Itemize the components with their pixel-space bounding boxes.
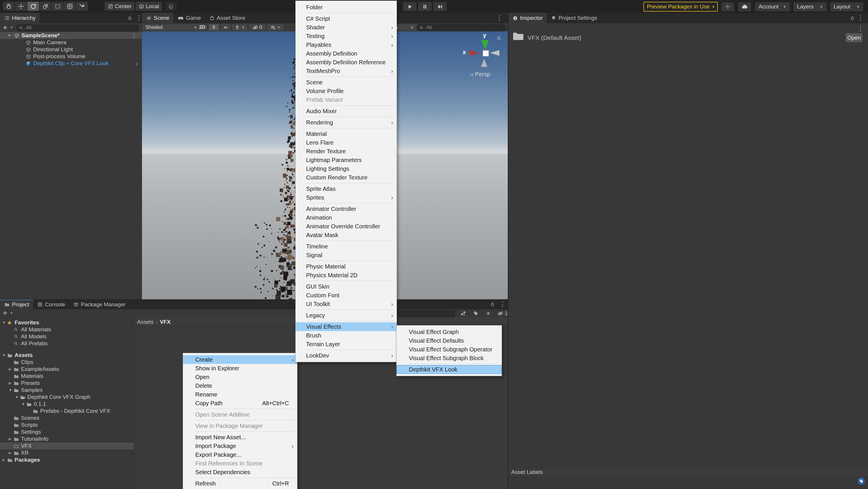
hierarchy-search-input[interactable]: [25, 25, 136, 31]
project-tree-item-assets[interactable]: ▼Assets: [0, 352, 134, 359]
create-menu-item-assembly-definition[interactable]: Assembly Definition: [296, 49, 397, 58]
vfx-submenu-item-visual-effect-subgraph-operator[interactable]: Visual Effect Subgraph Operator: [397, 345, 502, 354]
project-tree-item-prefabs-depthkit-core-vfx[interactable]: Prefabs - Depthkit Core VFX: [0, 408, 134, 415]
foldout-arrow-icon[interactable]: ▼: [2, 352, 6, 359]
shading-mode-dropdown[interactable]: Shaded ▼: [143, 24, 200, 31]
context-menu-item-import-package[interactable]: Import Package›: [183, 442, 297, 450]
context-menu-item-show-in-explorer[interactable]: Show in Explorer: [183, 364, 297, 372]
create-menu-item-audio-mixer[interactable]: Audio Mixer: [296, 107, 397, 116]
hierarchy-scene-row[interactable]: ▼SampleScene*⋮: [0, 32, 142, 39]
project-tree-item-materials[interactable]: Materials: [0, 372, 134, 380]
rotation-mode-button[interactable]: Local: [135, 2, 162, 11]
saved-search-button[interactable]: ★: [482, 309, 494, 317]
project-tree-item-tutorialinfo[interactable]: ▶TutorialInfo: [0, 435, 134, 443]
projection-mode[interactable]: ◅ Persp: [470, 71, 490, 78]
hierarchy-item-post-process-volume[interactable]: Post-process Volume: [0, 53, 142, 60]
scale-tool[interactable]: [39, 2, 51, 11]
tab-project-settings[interactable]: Project Settings: [547, 13, 601, 23]
gizmo-cube[interactable]: [483, 50, 489, 57]
axis-y-cone[interactable]: [481, 40, 489, 50]
audio-toggle[interactable]: [221, 24, 230, 31]
create-menu-item-timeline[interactable]: Timeline: [296, 242, 397, 251]
add-asset-button[interactable]: +: [3, 308, 7, 317]
create-menu-item-avatar-mask[interactable]: Avatar Mask: [296, 231, 397, 239]
create-menu-item-render-texture[interactable]: Render Texture: [296, 147, 397, 156]
pause-button[interactable]: [418, 2, 432, 11]
layout-dropdown[interactable]: Layout▼: [830, 2, 863, 11]
foldout-arrow-icon[interactable]: ▼: [22, 400, 25, 408]
context-menu-item-copy-path[interactable]: Copy PathAlt+Ctrl+C: [183, 399, 297, 408]
project-tree-item-settings[interactable]: Settings: [0, 428, 134, 435]
breadcrumb-current[interactable]: VFX: [160, 319, 170, 325]
create-menu-item-physics-material-2d[interactable]: Physics Material 2D: [296, 271, 397, 280]
create-menu-item-sprite-atlas[interactable]: Sprite Atlas: [296, 185, 397, 193]
panel-menu-icon[interactable]: ⋮: [496, 15, 502, 21]
project-tree-item-scenes[interactable]: Scenes: [0, 415, 134, 422]
context-menu-item-create[interactable]: Create›: [183, 355, 297, 364]
chevron-right-icon[interactable]: ›: [136, 60, 138, 67]
layers-dropdown[interactable]: Layers▼: [794, 2, 827, 11]
pivot-mode-button[interactable]: Center: [105, 2, 134, 11]
hidden-objects-button[interactable]: 0: [249, 24, 266, 31]
open-asset-button[interactable]: Open: [846, 33, 863, 42]
vfx-submenu-item-depthkit-vfx-look[interactable]: Depthkit VFX Look: [397, 365, 502, 374]
hierarchy-item-depthkit-clip-core-vfx-look[interactable]: Depthkit Clip + Core VFX Look›: [0, 60, 142, 67]
project-tree-item-clips[interactable]: Clips: [0, 359, 134, 366]
transform-tool[interactable]: [64, 2, 76, 11]
row-menu-icon[interactable]: ⋮: [131, 32, 137, 39]
asset-label-picker-icon[interactable]: [857, 477, 865, 485]
context-menu-item-open-scene-additive[interactable]: Open Scene Additive: [183, 410, 297, 419]
create-menu-item-brush[interactable]: Brush: [296, 331, 397, 340]
create-menu-item-folder[interactable]: Folder: [296, 3, 397, 12]
asset-labels-bar[interactable]: Asset Labels: [508, 467, 868, 477]
effects-dropdown[interactable]: ▼: [232, 24, 247, 31]
lock-icon[interactable]: [490, 302, 495, 306]
project-tree-item-depthkit-core-vfx-graph[interactable]: ▼Depthkit Core VFX Graph: [0, 394, 134, 400]
tab-inspector[interactable]: Inspector: [508, 13, 547, 23]
create-menu-item-textmeshpro[interactable]: TextMeshPro›: [296, 67, 397, 75]
create-menu-item-lookdev[interactable]: LookDev›: [296, 351, 397, 360]
project-tree-item-0-1-1[interactable]: ▼0.1.1: [0, 400, 134, 408]
create-menu-item-material[interactable]: Material: [296, 129, 397, 138]
axis-right-cone[interactable]: [490, 50, 499, 56]
project-tree-item-samples[interactable]: ▼Samples: [0, 387, 134, 394]
preview-packages-button[interactable]: Preview Packages in Use ▾: [643, 2, 718, 12]
account-dropdown[interactable]: Account▼: [755, 2, 790, 11]
context-menu-item-import-new-asset[interactable]: Import New Asset...: [183, 433, 297, 442]
project-tree-item-exampleassets[interactable]: ▶ExampleAssets: [0, 366, 134, 372]
context-menu-item-view-in-package-manager[interactable]: View in Package Manager: [183, 422, 297, 430]
lighting-toggle[interactable]: [209, 24, 219, 31]
project-tree-item-vfx[interactable]: VFX: [0, 443, 134, 450]
create-menu-item-gui-skin[interactable]: GUI Skin: [296, 282, 397, 291]
create-menu-item-testing[interactable]: Testing›: [296, 32, 397, 40]
rotate-tool[interactable]: [27, 2, 39, 11]
hierarchy-item-main-camera[interactable]: Main Camera: [0, 39, 142, 46]
hand-tool[interactable]: [3, 2, 14, 11]
tab-asset-store[interactable]: Asset Store: [205, 13, 249, 23]
project-tree-item-packages[interactable]: ▶Packages: [0, 456, 134, 463]
create-menu-item-shader[interactable]: Shader›: [296, 23, 397, 32]
context-menu-item-open[interactable]: Open: [183, 372, 297, 381]
create-menu-item-animator-controller[interactable]: Animator Controller: [296, 204, 397, 213]
scene-search-input[interactable]: [426, 25, 504, 31]
create-menu-item-visual-effects[interactable]: Visual Effects›: [296, 322, 397, 331]
create-menu-item-rendering[interactable]: Rendering›: [296, 118, 397, 127]
foldout-arrow-icon[interactable]: ▼: [2, 319, 6, 326]
search-by-label-button[interactable]: [469, 309, 482, 317]
vfx-submenu-item-visual-effect-subgraph-block[interactable]: Visual Effect Subgraph Block: [397, 354, 502, 362]
context-menu-item-find-references-in-scene[interactable]: Find References In Scene: [183, 459, 297, 468]
create-menu-item-custom-render-texture[interactable]: Custom Render Texture: [296, 173, 397, 182]
create-menu-item-volume-profile[interactable]: Volume Profile: [296, 87, 397, 95]
lock-icon[interactable]: [127, 15, 132, 20]
context-menu-item-select-dependencies[interactable]: Select Dependencies: [183, 468, 297, 477]
create-menu-item-lightmap-parameters[interactable]: Lightmap Parameters: [296, 156, 397, 164]
create-menu-item-physic-material[interactable]: Physic Material: [296, 262, 397, 271]
foldout-arrow-icon[interactable]: ▼: [7, 32, 11, 39]
breadcrumb-root[interactable]: Assets: [137, 319, 154, 325]
foldout-arrow-icon[interactable]: ▼: [15, 394, 19, 400]
create-menu-item-lens-flare[interactable]: Lens Flare: [296, 138, 397, 147]
cloud-button[interactable]: [738, 2, 751, 11]
context-menu-item-export-package[interactable]: Export Package...: [183, 450, 297, 459]
create-menu-item-lighting-settings[interactable]: Lighting Settings: [296, 164, 397, 173]
create-menu-item-animation[interactable]: Animation: [296, 213, 397, 222]
